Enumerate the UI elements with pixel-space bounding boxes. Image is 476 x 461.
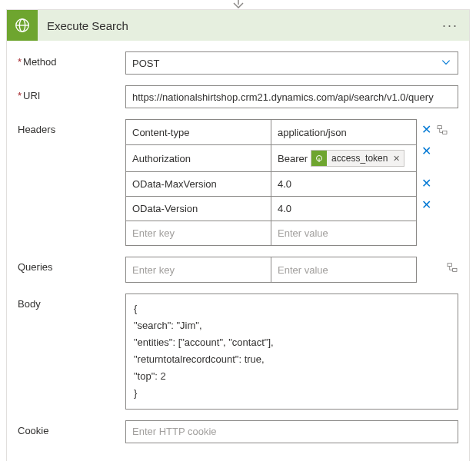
headers-table: Content-type application/json Authorizat…	[125, 119, 417, 246]
header-value-input[interactable]: application/json	[271, 120, 416, 144]
token-remove-icon[interactable]: ✕	[389, 154, 404, 164]
queries-label: Queries	[18, 257, 125, 273]
query-key-input[interactable]: Enter key	[126, 257, 271, 282]
header-value-text: Bearer	[278, 153, 308, 164]
queries-table: Enter key Enter value	[125, 257, 417, 283]
query-value-input[interactable]: Enter value	[271, 257, 416, 282]
svg-rect-5	[438, 126, 441, 129]
header-key-input[interactable]: OData-Version	[126, 197, 271, 221]
method-value: POST	[132, 58, 159, 69]
table-row: OData-MaxVersion 4.0	[126, 171, 416, 196]
method-label: Method	[18, 51, 125, 68]
card-title: Execute Search	[38, 19, 439, 32]
header-value-input[interactable]: 4.0	[271, 197, 416, 221]
table-row: Authorization Bearer access_token ✕	[126, 144, 416, 171]
http-action-icon	[7, 10, 38, 41]
cookie-label: Cookie	[18, 420, 125, 436]
header-key-input[interactable]: Authorization	[126, 145, 271, 171]
flow-connector	[0, 0, 476, 9]
header-value-input[interactable]: Enter value	[271, 221, 416, 245]
uri-label: URI	[18, 85, 125, 101]
table-row-empty: Enter key Enter value	[126, 221, 416, 245]
token-source-icon	[311, 151, 327, 166]
svg-rect-8	[453, 268, 457, 271]
token-label: access_token	[330, 153, 389, 164]
advanced-options-label: Show advanced options	[18, 459, 124, 461]
remove-row-icon[interactable]: ✕	[421, 145, 448, 158]
remove-row-icon[interactable]: ✕	[421, 199, 448, 211]
header-key-input[interactable]: Enter key	[126, 221, 271, 245]
method-select[interactable]: POST	[125, 51, 458, 75]
svg-rect-6	[443, 131, 447, 134]
card-header[interactable]: Execute Search ···	[7, 10, 469, 41]
more-menu-icon[interactable]: ···	[439, 18, 461, 34]
header-key-input[interactable]: Content-type	[126, 120, 271, 144]
svg-rect-7	[448, 264, 451, 267]
table-row-empty: Enter key Enter value	[126, 257, 416, 282]
switch-mode-icon[interactable]	[446, 261, 458, 274]
cookie-input[interactable]	[125, 420, 458, 443]
table-row: Content-type application/json	[126, 120, 416, 144]
headers-label: Headers	[18, 119, 125, 135]
body-label: Body	[18, 294, 125, 310]
chevron-down-icon	[441, 57, 451, 70]
remove-row-icon[interactable]: ✕	[421, 177, 448, 190]
header-value-input[interactable]: 4.0	[271, 172, 416, 196]
show-advanced-options-link[interactable]: Show advanced options	[7, 454, 148, 461]
body-input[interactable]: { "search": "Jim", "entities": ["account…	[125, 294, 458, 410]
action-card: Execute Search ··· Method POST URI	[6, 9, 470, 461]
table-row: OData-Version 4.0	[126, 196, 416, 221]
switch-mode-icon[interactable]	[436, 124, 448, 136]
header-value-input[interactable]: Bearer access_token ✕	[271, 145, 416, 171]
dynamic-token[interactable]: access_token ✕	[311, 150, 404, 167]
header-key-input[interactable]: OData-MaxVersion	[126, 172, 271, 196]
uri-input[interactable]	[125, 85, 458, 108]
remove-row-icon[interactable]: ✕	[421, 124, 431, 136]
